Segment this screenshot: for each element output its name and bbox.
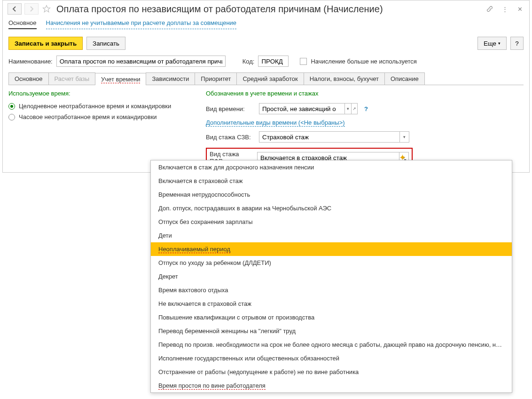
dropdown-item[interactable]: Отпуск без сохранения зарплаты xyxy=(151,215,512,229)
dropdown-item[interactable]: Перевод беременной женщины на "легкий" т… xyxy=(151,324,512,338)
designations-label: Обозначения в учете времени и стажах xyxy=(206,90,524,97)
not-used-checkbox[interactable] xyxy=(300,58,307,65)
more-button[interactable]: Еще▾ xyxy=(477,37,507,50)
tab-desc[interactable]: Описание xyxy=(384,72,425,85)
dropdown-item[interactable]: Перевод по произв. необходимости на срок… xyxy=(151,338,512,351)
tab-bar: Основное Расчет базы Учет времени Зависи… xyxy=(8,72,524,85)
favorite-icon[interactable] xyxy=(41,4,52,14)
open-icon[interactable]: ↗ xyxy=(351,104,358,114)
section-main[interactable]: Основное xyxy=(8,19,37,29)
menu-icon[interactable]: ⋮ xyxy=(500,4,509,14)
tab-avg[interactable]: Средний заработок xyxy=(236,72,304,85)
tab-tax[interactable]: Налоги, взносы, бухучет xyxy=(304,72,385,85)
tab-priority[interactable]: Приоритет xyxy=(195,72,237,85)
dropdown-item[interactable]: Отпуск по уходу за ребенком (ДЛДЕТИ) xyxy=(151,256,512,270)
dropdown-item[interactable]: Временная нетрудоспособность xyxy=(151,188,512,201)
tab-deps[interactable]: Зависимости xyxy=(146,72,195,85)
szv-label: Вид стажа СЗВ: xyxy=(206,134,255,141)
save-and-close-button[interactable]: Записать и закрыть xyxy=(8,37,83,50)
code-input[interactable] xyxy=(258,56,289,67)
additional-types-link[interactable]: Дополнительные виды времени (<Не выбраны… xyxy=(206,119,345,127)
dropdown-item[interactable]: Декрет xyxy=(151,270,512,283)
code-label: Код: xyxy=(243,58,255,65)
dropdown-item[interactable]: Включается в стаж для досрочного назначе… xyxy=(151,160,512,174)
dropdown-item[interactable]: Время вахтового отдыха xyxy=(151,283,512,297)
tab-base: Расчет базы xyxy=(48,72,96,85)
forward-button[interactable] xyxy=(24,3,39,15)
dropdown-item[interactable]: Дети xyxy=(151,229,512,242)
dropdown-item[interactable]: Доп. отпуск, пострадавших в аварии на Че… xyxy=(151,201,512,215)
link-icon[interactable] xyxy=(485,4,494,14)
radio-hourly[interactable] xyxy=(8,114,15,120)
radio-full-day-label: Целодневное неотработанное время и коман… xyxy=(19,103,171,110)
tab-main[interactable]: Основное xyxy=(8,72,49,85)
radio-full-day[interactable] xyxy=(8,103,15,110)
more-label: Еще xyxy=(484,40,496,47)
dropdown-item[interactable]: Не включается в страховой стаж xyxy=(151,297,512,311)
dropdown-item[interactable]: Исполнение государственных или обществен… xyxy=(151,351,512,365)
szv-select[interactable]: ▾ xyxy=(259,131,409,143)
time-type-input[interactable] xyxy=(259,104,344,114)
back-button[interactable] xyxy=(8,3,22,15)
time-type-label: Вид времени: xyxy=(206,105,255,112)
not-used-label: Начисление больше не используется xyxy=(311,58,416,65)
save-button[interactable]: Записать xyxy=(86,37,125,50)
close-icon[interactable]: ✕ xyxy=(515,4,524,14)
used-time-label: Используемое время: xyxy=(8,90,192,97)
radio-hourly-label: Часовое неотработанное время и командиро… xyxy=(19,113,157,120)
help-icon[interactable]: ? xyxy=(364,105,368,112)
name-label: Наименование: xyxy=(8,58,53,65)
dropdown-item[interactable]: Неоплачиваемый период xyxy=(151,242,512,256)
page-title: Оплата простоя по независящим от работод… xyxy=(56,4,383,15)
chevron-down-icon[interactable]: ▾ xyxy=(399,132,409,142)
help-button[interactable]: ? xyxy=(510,37,524,50)
dropdown-item[interactable]: Повышение квалификации с отрывом от прои… xyxy=(151,311,512,324)
section-link[interactable]: Начисления не учитываемые при расчете до… xyxy=(46,19,237,29)
pfr-dropdown[interactable]: Включается в стаж для досрочного назначе… xyxy=(150,160,512,393)
dropdown-item[interactable]: Отстранение от работы (недопущение к раб… xyxy=(151,365,512,379)
dropdown-item[interactable]: Включается в страховой стаж xyxy=(151,174,512,188)
name-input[interactable] xyxy=(56,56,226,67)
tab-time[interactable]: Учет времени xyxy=(95,73,146,85)
dropdown-item[interactable]: Время простоя по вине работодателя xyxy=(151,379,512,392)
szv-input[interactable] xyxy=(259,132,399,142)
tab-time-label: Учет времени xyxy=(101,76,140,83)
chevron-down-icon[interactable]: ▾ xyxy=(344,104,351,114)
time-type-select[interactable]: ▾ ↗ xyxy=(259,103,358,114)
